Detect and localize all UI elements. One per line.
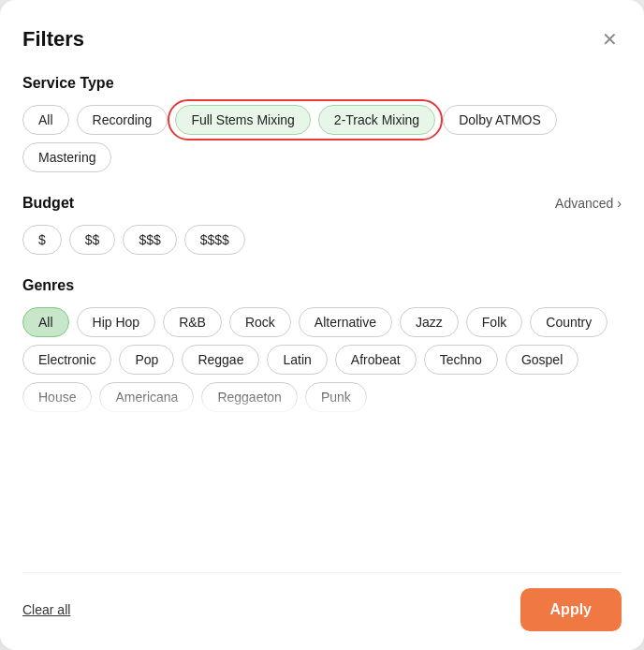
advanced-button[interactable]: Advanced › (555, 196, 622, 211)
genre-chip-7[interactable]: Country (530, 307, 607, 337)
genre-chip-12[interactable]: Afrobeat (335, 345, 417, 375)
genre-chip-4[interactable]: Alternative (299, 307, 392, 337)
genre-chip-2[interactable]: R&B (163, 307, 222, 337)
genre-chip-14[interactable]: Gospel (505, 345, 578, 375)
genre-chip-9[interactable]: Pop (119, 345, 174, 375)
genre-chip-17[interactable]: Reggaeton (201, 382, 298, 412)
genre-chip-0[interactable]: All (22, 307, 69, 337)
service-type-chip-5[interactable]: Mastering (22, 142, 111, 172)
service-type-chip-2[interactable]: Full Stems Mixing (175, 105, 310, 135)
service-type-chip-4[interactable]: Dolby ATMOS (443, 105, 557, 135)
apply-button[interactable]: Apply (520, 588, 622, 631)
genres-label: Genres (22, 277, 74, 294)
genre-chip-1[interactable]: Hip Hop (77, 307, 156, 337)
genre-chip-3[interactable]: Rock (229, 307, 291, 337)
budget-chips: $$$$$$$$$$ (22, 225, 622, 255)
budget-header: Budget Advanced › (22, 195, 622, 212)
modal-title: Filters (22, 27, 84, 52)
genre-chip-13[interactable]: Techno (424, 345, 498, 375)
budget-label: Budget (22, 195, 74, 212)
genre-chip-6[interactable]: Folk (466, 307, 522, 337)
genre-chip-11[interactable]: Latin (267, 345, 327, 375)
budget-section: Budget Advanced › $$$$$$$$$$ (22, 195, 622, 255)
service-type-header: Service Type (22, 75, 622, 92)
service-type-chip-3[interactable]: 2-Track Mixing (318, 105, 435, 135)
genre-chip-16[interactable]: Americana (99, 382, 194, 412)
footer: Clear all Apply (22, 572, 622, 650)
budget-chip-0[interactable]: $ (22, 225, 62, 255)
chevron-right-icon: › (617, 196, 622, 211)
budget-chip-3[interactable]: $$$$ (184, 225, 245, 255)
service-type-section: Service Type AllRecordingFull Stems Mixi… (22, 75, 622, 172)
genres-chips: AllHip HopR&BRockAlternativeJazzFolkCoun… (22, 307, 622, 412)
service-type-chip-1[interactable]: Recording (77, 105, 168, 135)
close-button[interactable]: ✕ (598, 26, 622, 52)
filters-modal: Filters ✕ Service Type AllRecordingFull … (0, 0, 644, 650)
genre-chip-8[interactable]: Electronic (22, 345, 111, 375)
modal-header: Filters ✕ (22, 26, 622, 52)
budget-chip-1[interactable]: $$ (69, 225, 116, 255)
service-type-chip-0[interactable]: All (22, 105, 69, 135)
genre-chip-18[interactable]: Punk (305, 382, 367, 412)
genre-chip-10[interactable]: Reggae (182, 345, 259, 375)
budget-chip-2[interactable]: $$$ (123, 225, 176, 255)
genres-section: Genres AllHip HopR&BRockAlternativeJazzF… (22, 277, 622, 412)
clear-all-button[interactable]: Clear all (22, 602, 70, 617)
genres-header: Genres (22, 277, 622, 294)
service-type-chips: AllRecordingFull Stems Mixing2-Track Mix… (22, 105, 622, 172)
genre-chip-15[interactable]: House (22, 382, 92, 412)
service-type-label: Service Type (22, 75, 114, 92)
genre-chip-5[interactable]: Jazz (400, 307, 459, 337)
